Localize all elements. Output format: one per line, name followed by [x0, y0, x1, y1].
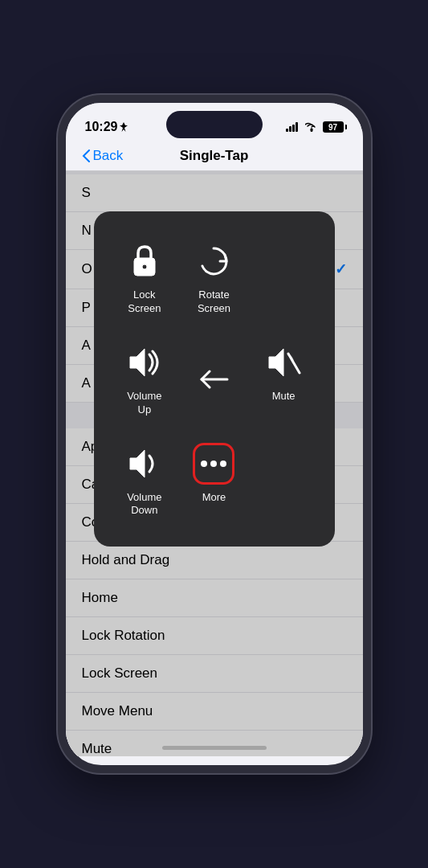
svg-point-12: [201, 461, 207, 467]
popup-item-lock-screen[interactable]: LockScreen: [110, 227, 180, 329]
lock-screen-label: LockScreen: [128, 289, 161, 316]
phone-frame: 10:29 97: [58, 95, 371, 773]
more-label: More: [202, 491, 226, 505]
nav-bar: Back Single-Tap: [66, 141, 363, 171]
svg-point-13: [210, 461, 217, 467]
popup-empty-2: [249, 430, 319, 531]
popup-menu: LockScreen RotateScreen: [94, 211, 335, 547]
signal-icon: [286, 122, 300, 132]
svg-point-4: [310, 129, 312, 132]
volume-up-label: VolumeUp: [127, 390, 161, 417]
popup-item-rotate-screen[interactable]: RotateScreen: [179, 227, 249, 329]
time-label: 10:29: [85, 120, 118, 134]
rotate-icon: [198, 244, 230, 279]
popup-empty-1: [249, 227, 319, 329]
popup-item-volume-down[interactable]: VolumeDown: [110, 430, 180, 531]
popup-item-volume-up[interactable]: VolumeUp: [110, 329, 180, 430]
popup-overlay[interactable]: LockScreen RotateScreen: [66, 171, 363, 756]
volume-down-label: VolumeDown: [127, 491, 161, 518]
back-arrow-icon: [198, 368, 229, 391]
popup-item-more[interactable]: More: [179, 430, 249, 531]
nav-title: Single-Tap: [180, 148, 249, 164]
wifi-icon: [305, 122, 318, 132]
svg-marker-7: [130, 349, 145, 376]
volume-up-icon: [127, 347, 162, 378]
battery-level: 97: [328, 123, 337, 132]
lock-icon: [129, 244, 160, 279]
back-chevron-icon: [82, 149, 90, 162]
more-icon-wrapper: [193, 443, 234, 485]
volume-up-icon-wrapper: [124, 342, 165, 383]
svg-point-14: [220, 461, 226, 467]
mute-icon-wrapper: [263, 342, 304, 383]
lock-screen-icon-wrapper: [124, 240, 165, 282]
battery-icon: 97: [323, 121, 344, 133]
nav-title-text: Single-Tap: [180, 148, 249, 163]
svg-marker-9: [269, 349, 283, 376]
status-icons: 97: [286, 121, 344, 133]
mute-icon: [266, 347, 301, 378]
popup-item-back[interactable]: [179, 329, 249, 430]
status-time: 10:29: [85, 120, 128, 134]
svg-rect-1: [289, 126, 291, 132]
volume-down-icon: [127, 448, 162, 479]
volume-down-icon-wrapper: [124, 443, 165, 485]
mute-label: Mute: [272, 390, 296, 403]
back-label: Back: [93, 148, 124, 164]
location-icon: [120, 122, 128, 132]
content-area: S N O ✓ P A A App Switcher: [66, 171, 363, 756]
svg-point-6: [142, 264, 147, 269]
dynamic-island: [166, 111, 263, 138]
more-dots-icon: [199, 458, 228, 469]
svg-rect-0: [286, 129, 288, 132]
svg-rect-2: [292, 125, 295, 132]
rotate-screen-label: RotateScreen: [198, 289, 230, 316]
back-arrow-icon-wrapper: [193, 358, 234, 400]
popup-item-mute[interactable]: Mute: [249, 329, 319, 430]
svg-rect-3: [296, 122, 298, 132]
back-button[interactable]: Back: [82, 148, 124, 164]
rotate-screen-icon-wrapper: [193, 240, 234, 282]
svg-marker-11: [130, 450, 145, 477]
